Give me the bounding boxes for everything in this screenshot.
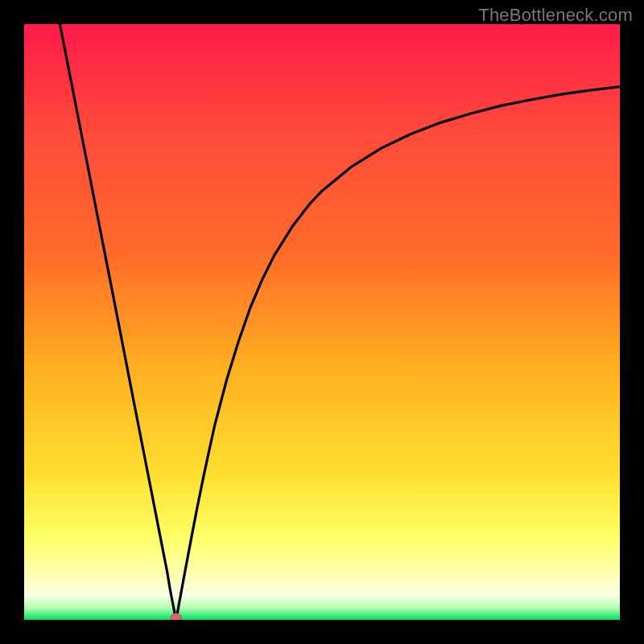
gradient-background — [24, 24, 620, 620]
watermark-text: TheBottleneck.com — [478, 5, 633, 26]
chart-frame: TheBottleneck.com — [0, 0, 644, 644]
minimum-marker — [171, 613, 182, 620]
plot-area — [24, 24, 620, 620]
bottleneck-chart — [24, 24, 620, 620]
